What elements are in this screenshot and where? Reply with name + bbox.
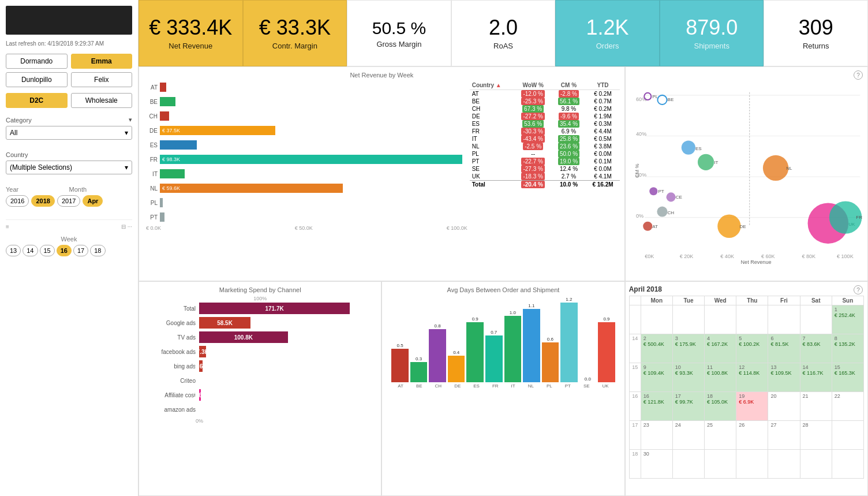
svg-text:€ 20K: € 20K [679,253,693,259]
mkt-bar-row: Google ads 58.5K [144,317,376,329]
month-apr-button[interactable]: Apr [83,195,103,207]
kpi-gross-margin-label: Gross Margin [376,40,421,49]
charts-area: Net Revenue by Week AT BE CH DE € 37 [139,66,868,496]
week-14-button[interactable]: 14 [23,245,38,256]
year-2017-button[interactable]: 2017 [57,195,80,207]
year-2016-button[interactable]: 2016 [6,195,29,207]
bar [160,83,166,92]
svg-point-32 [763,155,788,181]
net-revenue-chart-panel: Net Revenue by Week AT BE CH DE € 37 [139,66,625,281]
days-bar-col: 0.8 [429,323,446,382]
bar [160,169,185,178]
calendar-day: 26 [736,421,768,450]
calendar-day: 11 € 100.8K [705,363,736,392]
bar [160,111,169,121]
brand-emma-button[interactable]: Emma [71,54,133,69]
days-bar-col: 0.9 [598,316,615,382]
mkt-bar-row: Affiliate cost 1.6K [144,389,376,401]
calendar-day [768,450,800,479]
table-row: UK -18.3 % 2.7 % € 4.1M [470,173,620,181]
help-icon[interactable]: ? [854,70,863,80]
category-select[interactable]: All ▾ [6,126,132,140]
week-17-button[interactable]: 17 [73,245,88,256]
table-row: FR -30.3 % 6.9 % € 4.4M [470,128,620,135]
calendar-help-icon[interactable]: ? [854,285,863,294]
year-2018-button[interactable]: 2018 [31,195,54,207]
main-content: € 333.4K Net Revenue € 33.3K Contr. Marg… [139,0,868,496]
svg-point-18 [657,95,667,105]
calendar-day: 10 € 93.3K [672,363,704,392]
days-bar [391,349,409,382]
days-bar-col: 1.0 [504,310,522,382]
week-number: 16 [629,392,641,421]
week-16-button[interactable]: 16 [57,245,72,256]
svg-text:BE: BE [667,97,674,102]
brand-dunlopillo-button[interactable]: Dunlopillo [6,72,68,87]
bar-row-CH: CH [146,110,467,122]
bar: € 37.5K [160,126,275,135]
svg-text:€ 80K: € 80K [802,253,815,259]
calendar-day: 18 € 105.0K [705,392,736,421]
table-row: PT -22.7 % 19.0 % € 0.1M [470,158,620,165]
logo [6,6,132,35]
svg-text:IT: IT [714,160,718,165]
bar-country-label: AT [146,84,158,91]
bar [160,140,197,150]
bar-row-AT: AT [146,81,467,94]
days-bar [560,303,578,382]
calendar-week-row: 18 30 [629,450,863,479]
calendar-day [800,450,832,479]
table-row: BE -25.3 % 56.1 % € 0.7M [470,98,620,105]
kpi-roas: 2.0 RoAS [451,0,556,66]
channel-wholesale-button[interactable]: Wholesale [71,93,133,108]
channel-d2c-button[interactable]: D2C [6,93,68,108]
marketing-chart-title: Marketing Spend by Channel [144,286,376,293]
kpi-contr-margin: € 33.3K Contr. Margin [243,0,347,66]
table-row: CH 67.3 % 9.8 % € 0.2M [470,105,620,113]
bar: € 98.3K [160,155,462,164]
calendar-day [705,305,736,334]
scatter-svg: 60% 40% 20% 0% €0K € 20K € 40K € 60K € 8… [630,72,863,276]
marketing-spend-panel: Marketing Spend by Channel 100% Total 17… [139,281,381,496]
kpi-net-revenue-label: Net Revenue [169,42,212,50]
days-bar-col: 0.7 [485,330,503,382]
bar-country-label: ES [146,142,158,148]
country-select[interactable]: (Multiple Selections) ▾ [6,161,132,174]
days-bar-col: 0.5 [391,343,409,382]
calendar-day: 22 [832,392,863,421]
calendar-day [672,450,704,479]
days-bar-col: 1.2 [560,297,578,382]
week-13-button[interactable]: 13 [6,245,21,256]
kpi-returns-label: Returns [803,42,829,50]
kpi-gross-margin-value: 50.5 % [372,18,426,38]
days-bar-col: 0.4 [448,350,465,382]
category-chevron-icon: ▾ [129,116,132,124]
calendar-day: 25 [705,421,736,450]
week-15-button[interactable]: 15 [40,245,55,256]
net-revenue-bar-area: AT BE CH DE € 37.5K ES [144,81,470,274]
mkt-bar: 58.5K [199,317,250,329]
week-number: 18 [629,450,641,479]
bar-row-PL: PL [146,196,467,209]
bar-row-NL: NL € 59.6K [146,182,467,195]
week-buttons: 13 14 15 16 17 18 [6,245,132,256]
calendar-day: 7 € 83.6K [800,334,832,363]
calendar-day: 16 € 121.8K [641,392,672,421]
calendar-table: MonTueWedThuFriSatSun 1 € 252.4K 14 2 € … [629,296,864,479]
table-row: IT -43.4 % 25.8 % € 0.5M [470,135,620,143]
kpi-returns-value: 309 [799,16,833,39]
kpi-net-revenue-value: € 333.4K [149,16,232,39]
bar [160,97,175,106]
calendar-day [736,305,768,334]
table-row: DE -27.2 % -9.6 % € 1.9M [470,113,620,120]
days-bar-col: 0.9 [466,316,484,382]
week-18-button[interactable]: 18 [90,245,105,256]
calendar-week-row: 16 16 € 121.8K 17 € 99.7K 18 € 105.0K 19… [629,392,863,421]
calendar-day [705,450,736,479]
days-bar [598,322,615,382]
brand-felix-button[interactable]: Felix [71,72,133,87]
svg-point-28 [657,206,667,217]
refresh-text: Last refresh on: 4/19/2018 9:29:37 AM [6,40,132,47]
brand-dormando-button[interactable]: Dormando [6,54,68,69]
bar-country-label: PT [146,214,158,221]
